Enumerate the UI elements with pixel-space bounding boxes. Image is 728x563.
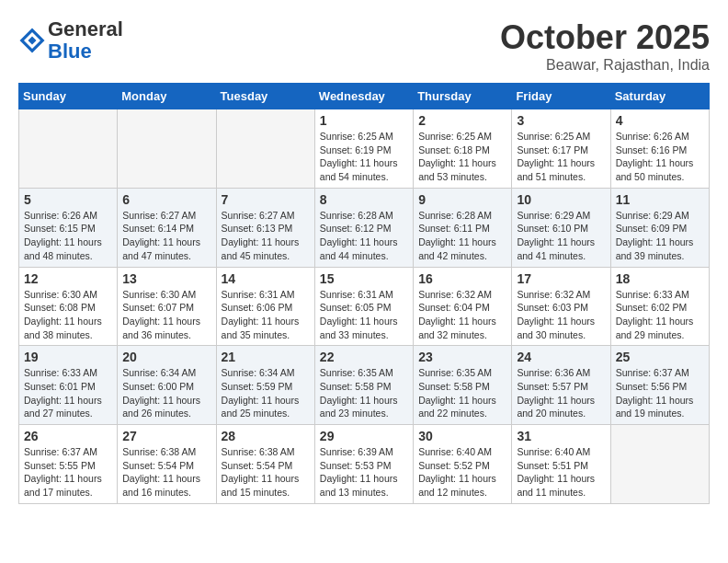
calendar-week-row: 12Sunrise: 6:30 AM Sunset: 6:08 PM Dayli… [19,267,710,346]
calendar-day-cell: 23Sunrise: 6:35 AM Sunset: 5:58 PM Dayli… [414,346,512,425]
calendar-day-cell: 22Sunrise: 6:35 AM Sunset: 5:58 PM Dayli… [314,346,413,425]
calendar-week-row: 5Sunrise: 6:26 AM Sunset: 6:15 PM Daylig… [19,188,710,267]
weekday-header-row: SundayMondayTuesdayWednesdayThursdayFrid… [19,84,710,109]
calendar-day-cell: 8Sunrise: 6:28 AM Sunset: 6:12 PM Daylig… [314,188,413,267]
weekday-header-wednesday: Wednesday [314,84,413,109]
day-info: Sunrise: 6:29 AM Sunset: 6:09 PM Dayligh… [616,209,704,263]
day-info: Sunrise: 6:30 AM Sunset: 6:08 PM Dayligh… [24,288,112,342]
day-info: Sunrise: 6:33 AM Sunset: 6:01 PM Dayligh… [24,366,112,420]
day-number: 26 [24,429,112,443]
day-info: Sunrise: 6:32 AM Sunset: 6:04 PM Dayligh… [418,288,506,342]
calendar-day-cell: 16Sunrise: 6:32 AM Sunset: 6:04 PM Dayli… [414,267,512,346]
calendar-day-cell [118,109,216,189]
calendar-day-cell [216,109,314,189]
calendar-day-cell: 12Sunrise: 6:30 AM Sunset: 6:08 PM Dayli… [19,267,118,346]
day-info: Sunrise: 6:26 AM Sunset: 6:15 PM Dayligh… [24,209,112,263]
day-number: 24 [517,350,605,364]
day-number: 27 [122,429,210,443]
calendar-day-cell: 24Sunrise: 6:36 AM Sunset: 5:57 PM Dayli… [512,346,610,425]
day-number: 13 [122,271,210,286]
calendar-day-cell: 30Sunrise: 6:40 AM Sunset: 5:52 PM Dayli… [414,425,512,504]
calendar-day-cell: 15Sunrise: 6:31 AM Sunset: 6:05 PM Dayli… [314,267,413,346]
calendar-day-cell: 10Sunrise: 6:29 AM Sunset: 6:10 PM Dayli… [512,188,610,267]
day-number: 23 [418,350,506,364]
day-number: 17 [517,271,605,286]
day-number: 3 [517,113,605,128]
calendar-day-cell: 31Sunrise: 6:40 AM Sunset: 5:51 PM Dayli… [512,425,610,504]
page-header: General Blue October 2025 Beawar, Rajast… [18,18,710,74]
logo-blue-text: Blue [48,40,92,63]
day-number: 30 [418,429,506,443]
day-number: 4 [616,113,704,128]
calendar-day-cell: 17Sunrise: 6:32 AM Sunset: 6:03 PM Dayli… [512,267,610,346]
day-info: Sunrise: 6:25 AM Sunset: 6:17 PM Dayligh… [517,130,605,184]
day-number: 14 [222,271,310,286]
calendar-day-cell: 13Sunrise: 6:30 AM Sunset: 6:07 PM Dayli… [118,267,216,346]
calendar-week-row: 19Sunrise: 6:33 AM Sunset: 6:01 PM Dayli… [19,346,710,425]
calendar-day-cell: 21Sunrise: 6:34 AM Sunset: 5:59 PM Dayli… [216,346,314,425]
day-info: Sunrise: 6:34 AM Sunset: 6:00 PM Dayligh… [122,366,210,420]
calendar-day-cell: 25Sunrise: 6:37 AM Sunset: 5:56 PM Dayli… [610,346,709,425]
calendar-day-cell: 9Sunrise: 6:28 AM Sunset: 6:11 PM Daylig… [414,188,512,267]
weekday-header-friday: Friday [512,84,610,109]
day-info: Sunrise: 6:38 AM Sunset: 5:54 PM Dayligh… [222,445,310,500]
day-info: Sunrise: 6:27 AM Sunset: 6:13 PM Dayligh… [222,209,310,263]
calendar-day-cell: 20Sunrise: 6:34 AM Sunset: 6:00 PM Dayli… [118,346,216,425]
day-info: Sunrise: 6:34 AM Sunset: 5:59 PM Dayligh… [222,366,310,420]
day-number: 9 [418,192,506,207]
calendar-week-row: 26Sunrise: 6:37 AM Sunset: 5:55 PM Dayli… [19,425,710,504]
location: Beawar, Rajasthan, India [500,57,710,74]
day-info: Sunrise: 6:40 AM Sunset: 5:52 PM Dayligh… [418,445,506,500]
day-info: Sunrise: 6:39 AM Sunset: 5:53 PM Dayligh… [320,445,408,500]
calendar-day-cell: 27Sunrise: 6:38 AM Sunset: 5:54 PM Dayli… [118,425,216,504]
day-info: Sunrise: 6:33 AM Sunset: 6:02 PM Dayligh… [616,288,704,342]
weekday-header-tuesday: Tuesday [216,84,314,109]
day-info: Sunrise: 6:28 AM Sunset: 6:12 PM Dayligh… [320,209,408,263]
day-info: Sunrise: 6:26 AM Sunset: 6:16 PM Dayligh… [616,130,704,184]
calendar-day-cell: 5Sunrise: 6:26 AM Sunset: 6:15 PM Daylig… [19,188,118,267]
day-info: Sunrise: 6:31 AM Sunset: 6:05 PM Dayligh… [320,288,408,342]
day-info: Sunrise: 6:37 AM Sunset: 5:55 PM Dayligh… [24,445,112,500]
day-number: 19 [24,350,112,364]
day-info: Sunrise: 6:28 AM Sunset: 6:11 PM Dayligh… [418,209,506,263]
day-number: 18 [616,271,704,286]
day-number: 31 [517,429,605,443]
day-number: 20 [122,350,210,364]
calendar-day-cell: 3Sunrise: 6:25 AM Sunset: 6:17 PM Daylig… [512,109,610,189]
day-info: Sunrise: 6:32 AM Sunset: 6:03 PM Dayligh… [517,288,605,342]
calendar-day-cell: 2Sunrise: 6:25 AM Sunset: 6:18 PM Daylig… [414,109,512,189]
day-info: Sunrise: 6:38 AM Sunset: 5:54 PM Dayligh… [122,445,210,500]
weekday-header-thursday: Thursday [414,84,512,109]
day-number: 7 [222,192,310,207]
calendar-day-cell: 1Sunrise: 6:25 AM Sunset: 6:19 PM Daylig… [314,109,413,189]
weekday-header-saturday: Saturday [610,84,709,109]
calendar-day-cell: 19Sunrise: 6:33 AM Sunset: 6:01 PM Dayli… [19,346,118,425]
calendar-day-cell: 11Sunrise: 6:29 AM Sunset: 6:09 PM Dayli… [610,188,709,267]
day-number: 10 [517,192,605,207]
day-info: Sunrise: 6:40 AM Sunset: 5:51 PM Dayligh… [517,445,605,500]
logo-general-text: General [48,17,123,40]
title-block: October 2025 Beawar, Rajasthan, India [500,18,710,74]
logo: General Blue [18,18,123,63]
calendar-table: SundayMondayTuesdayWednesdayThursdayFrid… [18,83,710,504]
weekday-header-monday: Monday [118,84,216,109]
day-number: 25 [616,350,704,364]
calendar-day-cell: 14Sunrise: 6:31 AM Sunset: 6:06 PM Dayli… [216,267,314,346]
calendar-day-cell: 6Sunrise: 6:27 AM Sunset: 6:14 PM Daylig… [118,188,216,267]
day-number: 16 [418,271,506,286]
day-number: 2 [418,113,506,128]
calendar-day-cell: 28Sunrise: 6:38 AM Sunset: 5:54 PM Dayli… [216,425,314,504]
day-info: Sunrise: 6:31 AM Sunset: 6:06 PM Dayligh… [222,288,310,342]
day-number: 5 [24,192,112,207]
day-number: 21 [222,350,310,364]
logo-icon [18,27,46,54]
day-info: Sunrise: 6:35 AM Sunset: 5:58 PM Dayligh… [418,366,506,420]
calendar-day-cell: 26Sunrise: 6:37 AM Sunset: 5:55 PM Dayli… [19,425,118,504]
day-info: Sunrise: 6:36 AM Sunset: 5:57 PM Dayligh… [517,366,605,420]
day-info: Sunrise: 6:25 AM Sunset: 6:18 PM Dayligh… [418,130,506,184]
calendar-week-row: 1Sunrise: 6:25 AM Sunset: 6:19 PM Daylig… [19,109,710,189]
calendar-day-cell: 29Sunrise: 6:39 AM Sunset: 5:53 PM Dayli… [314,425,413,504]
day-number: 8 [320,192,408,207]
day-number: 22 [320,350,408,364]
day-info: Sunrise: 6:37 AM Sunset: 5:56 PM Dayligh… [616,366,704,420]
